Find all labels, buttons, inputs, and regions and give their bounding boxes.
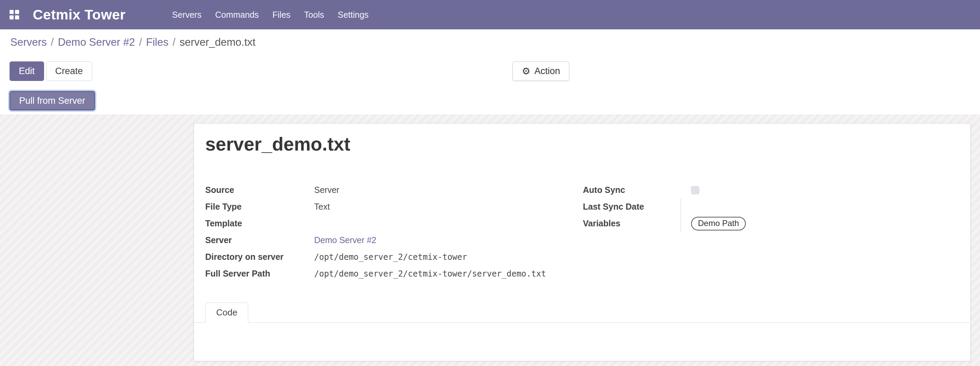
field-label-server: Server: [205, 235, 314, 245]
record-sheet: server_demo.txt Source Server File Type …: [194, 123, 971, 361]
field-label-file-type: File Type: [205, 202, 314, 212]
breadcrumb-separator: /: [47, 36, 58, 48]
tab-code[interactable]: Code: [205, 302, 248, 323]
edit-button[interactable]: Edit: [10, 62, 44, 81]
field-value-server-link[interactable]: Demo Server #2: [314, 235, 690, 245]
apps-grid-square: [10, 10, 14, 14]
field-label-auto-sync: Auto Sync: [583, 185, 691, 195]
field-value-full-server-path: /opt/demo_server_2/cetmix-tower/server_d…: [314, 269, 690, 278]
menu-commands[interactable]: Commands: [208, 0, 266, 29]
field-label-last-sync-date: Last Sync Date: [583, 202, 691, 212]
record-title: server_demo.txt: [205, 133, 350, 155]
app-title: Cetmix Tower: [33, 7, 126, 23]
breadcrumb-separator: /: [135, 36, 146, 48]
field-value-auto-sync-wrap: [691, 186, 951, 194]
auto-sync-checkbox[interactable]: [691, 186, 699, 194]
apps-grid-square: [10, 15, 14, 19]
main-menu: Servers Commands Files Tools Settings: [165, 0, 375, 29]
menu-settings[interactable]: Settings: [331, 0, 375, 29]
field-label-directory-on-server: Directory on server: [205, 252, 314, 262]
apps-grid-square: [15, 15, 19, 19]
control-panel: Servers/Demo Server #2/Files/server_demo…: [0, 29, 980, 115]
apps-grid-icon[interactable]: [10, 10, 19, 19]
notebook-tabs: Code: [194, 302, 970, 323]
top-navbar: Cetmix Tower Servers Commands Files Tool…: [0, 0, 980, 29]
breadcrumb: Servers/Demo Server #2/Files/server_demo…: [10, 35, 255, 50]
field-label-full-server-path: Full Server Path: [205, 269, 314, 278]
apps-grid-square: [15, 10, 19, 14]
content-area: server_demo.txt Source Server File Type …: [0, 115, 980, 366]
gear-icon: ⚙: [522, 65, 530, 77]
field-group-right: Auto Sync Last Sync Date Variables Demo …: [583, 181, 951, 232]
field-divider: [681, 198, 681, 232]
breadcrumb-current: server_demo.txt: [180, 36, 255, 48]
field-label-template: Template: [205, 218, 314, 228]
menu-tools[interactable]: Tools: [298, 0, 331, 29]
create-button[interactable]: Create: [46, 62, 92, 81]
menu-servers[interactable]: Servers: [165, 0, 208, 29]
action-button-label: Action: [535, 66, 560, 76]
field-label-variables: Variables: [583, 218, 691, 228]
variable-tag-demo-path[interactable]: Demo Path: [691, 217, 746, 231]
field-value-variables-wrap: Demo Path: [691, 217, 951, 231]
action-button[interactable]: ⚙ Action: [512, 62, 569, 81]
breadcrumb-files[interactable]: Files: [146, 36, 168, 48]
menu-files[interactable]: Files: [266, 0, 298, 29]
breadcrumb-servers[interactable]: Servers: [10, 36, 47, 48]
screen: Cetmix Tower Servers Commands Files Tool…: [0, 0, 980, 366]
pull-from-server-button[interactable]: Pull from Server: [10, 91, 95, 110]
edit-create-button-group: Edit Create: [10, 62, 92, 81]
breadcrumb-separator: /: [168, 36, 180, 48]
breadcrumb-demo-server-2[interactable]: Demo Server #2: [58, 36, 135, 48]
field-label-source: Source: [205, 185, 314, 195]
field-value-directory-on-server: /opt/demo_server_2/cetmix-tower: [314, 252, 690, 262]
